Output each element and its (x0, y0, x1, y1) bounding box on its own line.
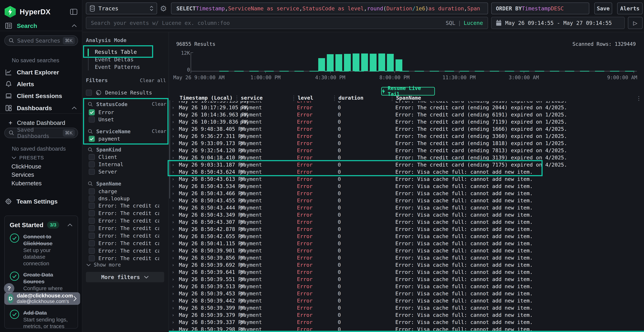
filter-option[interactable]: Error: The credit card … (89, 210, 159, 217)
chevron-up-icon[interactable] (72, 24, 77, 28)
alerts-button[interactable]: Alerts (617, 2, 642, 14)
order-by-input[interactable]: ORDER BY Timestamp DESC (491, 2, 589, 14)
checkbox-unchecked[interactable] (89, 196, 95, 202)
column-header-timestamp[interactable]: Timestamp (Local) (179, 95, 240, 101)
search-icon[interactable] (88, 181, 93, 186)
filter-clear-link[interactable]: Clear (152, 128, 166, 134)
filter-option[interactable]: charge (89, 188, 117, 195)
checkbox-unchecked[interactable] (89, 203, 95, 209)
sidebar-item-alerts[interactable]: Alerts (0, 80, 82, 89)
table-row[interactable]: ›May 26 8:50:43.534 PMpaymentError0Error… (169, 183, 644, 190)
presets-toggle[interactable]: PRESETS (12, 155, 44, 161)
run-query-button[interactable]: ▷ (628, 17, 642, 29)
sidebar-item-dashboards[interactable]: Dashboards (0, 104, 82, 113)
table-row[interactable]: ›May 26 8:50:43.455 PMpaymentError0Error… (169, 197, 644, 204)
table-row[interactable]: ›May 26 8:50:42.878 PMpaymentError0Error… (169, 226, 644, 233)
lucene-toggle[interactable]: Lucene (464, 20, 483, 26)
checkbox-unchecked[interactable] (89, 116, 95, 122)
get-started-step[interactable]: Add DataStart sending logs, metrics, or … (10, 310, 73, 330)
preset-kubernetes[interactable]: Kubernetes (12, 180, 42, 187)
table-row[interactable]: ›May 26 8:50:43.444 PMpaymentError0Error… (169, 204, 644, 211)
denoise-results-option[interactable]: Denoise Results (86, 89, 152, 96)
get-started-step[interactable]: Connect to ClickHouseSet up your databas… (10, 233, 73, 267)
filter-option[interactable]: Error: The credit card … (89, 225, 159, 232)
table-row[interactable]: ›May 26 8:50:39.337 PMpaymentError0Error… (169, 318, 644, 326)
filter-option[interactable]: Error: The credit card … (89, 232, 159, 239)
checkbox-unchecked[interactable] (86, 90, 92, 96)
scrollbar-thumb[interactable] (169, 100, 170, 198)
user-account-chip[interactable]: D dale@clickhouse.com dale@clickhouse.co… (4, 292, 80, 305)
table-row[interactable]: ›May 26 8:50:43.307 PMpaymentError0Error… (169, 218, 644, 226)
table-row[interactable]: ›May 26 9:48:38.405 PMpaymentError0Error… (169, 126, 644, 132)
checkbox-unchecked[interactable] (89, 210, 95, 216)
column-header-spanname[interactable]: SpanName (395, 95, 644, 101)
table-row[interactable]: ›May 26 10:17:29.105 PMpaymentError0Erro… (169, 104, 644, 111)
more-filters-button[interactable]: More filters (86, 272, 164, 282)
table-row[interactable]: ›May 26 10:10:39.836 PMpaymentError0Erro… (169, 118, 644, 126)
chevron-up-icon[interactable] (72, 106, 77, 110)
saved-dashboards-input[interactable]: Saved Dashboards ⌘K (4, 128, 78, 138)
analysis-mode-option[interactable]: Event Patterns (95, 63, 140, 71)
checkbox-unchecked[interactable] (89, 218, 95, 224)
create-dashboard-button[interactable]: + Create Dashboard (8, 119, 65, 127)
lucene-search-input[interactable]: Search your events w/ Lucene ex. column:… (86, 17, 488, 29)
table-row[interactable]: ›May 26 9:03:31.187 PMpaymentError0Error… (169, 161, 644, 168)
show-more-toggle[interactable]: Show more (86, 262, 121, 268)
table-row[interactable]: ›May 26 8:50:39.453 PMpaymentError0Error… (169, 290, 644, 297)
table-options-kebab-icon[interactable]: ⋮ (636, 95, 642, 102)
filter-option[interactable]: Error: The credit card … (89, 255, 159, 262)
filter-option[interactable]: Internal (89, 161, 124, 168)
sql-toggle[interactable]: SQL (446, 20, 455, 26)
table-row[interactable]: ›May 26 8:50:43.466 PMpaymentError0Error… (169, 190, 644, 197)
checkbox-unchecked[interactable] (89, 188, 95, 194)
table-row[interactable]: ›May 26 8:50:42.655 PMpaymentError0Error… (169, 233, 644, 240)
filter-option[interactable]: Unset (89, 116, 114, 123)
checkbox-checked[interactable] (89, 136, 95, 142)
column-header-duration[interactable]: duration (338, 95, 395, 101)
table-row[interactable]: ›May 26 8:50:39.901 PMpaymentError0Error… (169, 247, 644, 254)
filter-option[interactable]: Error: The credit card … (89, 247, 159, 254)
table-row[interactable]: ›May 26 8:50:39.513 PMpaymentError0Error… (169, 283, 644, 290)
sidebar-item-team-settings[interactable]: Team Settings (0, 197, 82, 206)
table-row[interactable]: ›May 26 8:50:41.115 PMpaymentError0Error… (169, 240, 644, 247)
help-button[interactable]: ? (4, 283, 14, 294)
table-row[interactable]: ›May 26 8:50:39.856 PMpaymentError0Error… (169, 254, 644, 261)
table-row[interactable]: ›May 26 10:14:36.963 PMpaymentError0Erro… (169, 111, 644, 118)
filter-option[interactable]: Error: The credit card … (89, 217, 159, 224)
table-row[interactable]: ›May 26 8:50:39.379 PMpaymentError0Error… (169, 312, 644, 318)
checkbox-unchecked[interactable] (89, 240, 95, 246)
table-row[interactable]: ›May 26 8:50:39.692 PMpaymentError0Error… (169, 261, 644, 268)
table-row[interactable]: ›May 26 9:32:54.120 PMpaymentError0Error… (169, 147, 644, 154)
filter-option[interactable]: Error: The credit card … (89, 202, 159, 209)
sql-select-input[interactable]: SELECT Timestamp, ServiceName as service… (171, 2, 488, 14)
table-row[interactable]: ›May 26 9:36:27.311 PMpaymentError0Error… (169, 132, 644, 140)
table-row[interactable]: ›May 26 8:50:39.442 PMpaymentError0Error… (169, 297, 644, 304)
column-header-level[interactable]: level (297, 95, 338, 101)
table-row[interactable]: ›May 26 8:50:39.641 PMpaymentError0Error… (169, 268, 644, 276)
preset-clickhouse[interactable]: ClickHouse (12, 163, 41, 170)
table-row[interactable]: ›May 26 9:33:09.173 PMpaymentError0Error… (169, 140, 644, 147)
sidebar-item-chart-explorer[interactable]: Chart Explorer (0, 68, 82, 77)
table-row[interactable]: ›May 26 8:50:39.399 PMpaymentError0Error… (169, 304, 644, 312)
checkbox-unchecked[interactable] (89, 154, 95, 160)
clear-all-link[interactable]: Clear all (140, 78, 166, 83)
date-range-picker[interactable]: May 26 09:14:55 - May 27 09:14:55 (491, 17, 625, 29)
sidebar-collapse-icon[interactable] (70, 9, 77, 15)
preset-services[interactable]: Services (12, 171, 34, 178)
checkbox-unchecked[interactable] (89, 233, 95, 239)
table-row[interactable]: ›May 26 8:50:39.551 PMpaymentError0Error… (169, 276, 644, 283)
analysis-mode-option[interactable]: Event Deltas (95, 56, 134, 63)
checkbox-unchecked[interactable] (89, 169, 95, 175)
gear-icon[interactable]: ⚙ (160, 4, 167, 13)
checkbox-unchecked[interactable] (89, 255, 95, 261)
filter-option[interactable]: Client (89, 154, 117, 161)
resume-live-tail-button[interactable]: Resume Live Tail (381, 87, 435, 96)
filter-option[interactable]: dns.lookup (89, 195, 130, 202)
checkbox-unchecked[interactable] (89, 248, 95, 254)
filter-clear-link[interactable]: Clear (152, 101, 166, 107)
checkbox-unchecked[interactable] (89, 225, 95, 231)
table-row-partial[interactable]: ›May 26 10:20:55.155 PMpaymentError0Erro… (169, 101, 644, 104)
save-button[interactable]: Save (594, 2, 612, 14)
search-icon[interactable] (88, 147, 93, 152)
saved-searches-input[interactable]: Saved Searches ⌘K (4, 36, 78, 46)
